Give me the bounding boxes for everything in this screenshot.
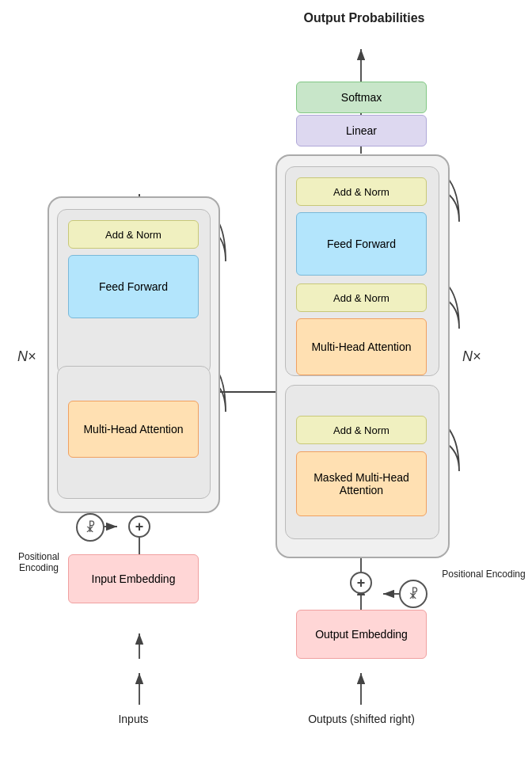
softmax-box: Softmax xyxy=(296,82,427,113)
decoder-add-norm-bot: Add & Norm xyxy=(296,416,427,444)
encoder-nx-label: N× xyxy=(17,348,36,365)
encoder-add-norm-top: Add & Norm xyxy=(68,220,199,249)
linear-box: Linear xyxy=(296,115,427,146)
encoder-multi-head: Multi-Head Attention xyxy=(68,401,199,458)
decoder-wave-circle: ☧ xyxy=(399,580,428,608)
decoder-feed-forward: Feed Forward xyxy=(296,212,427,276)
decoder-add-norm-top: Add & Norm xyxy=(296,177,427,206)
diagram-container: Output Probabilities Softmax Linear Add … xyxy=(0,0,532,776)
decoder-masked-multi-head: Masked Multi-Head Attention xyxy=(296,451,427,516)
decoder-nx-label: N× xyxy=(462,348,481,365)
decoder-positional-encoding-label: Positional Encoding xyxy=(440,569,527,580)
outputs-label: Outputs (shifted right) xyxy=(296,713,427,725)
inputs-label: Inputs xyxy=(68,713,199,725)
encoder-positional-encoding-label: Positional Encoding xyxy=(3,551,74,573)
decoder-add-norm-mid: Add & Norm xyxy=(296,283,427,312)
encoder-feed-forward: Feed Forward xyxy=(68,255,199,318)
input-embedding-box: Input Embedding xyxy=(68,554,199,603)
encoder-wave-circle: ☧ xyxy=(76,513,104,542)
output-embedding-box: Output Embedding xyxy=(296,610,427,659)
output-probs-label: Output Probabilities xyxy=(293,11,435,25)
encoder-plus-circle: + xyxy=(128,515,150,538)
decoder-plus-circle: + xyxy=(350,572,372,594)
decoder-multi-head: Multi-Head Attention xyxy=(296,318,427,375)
